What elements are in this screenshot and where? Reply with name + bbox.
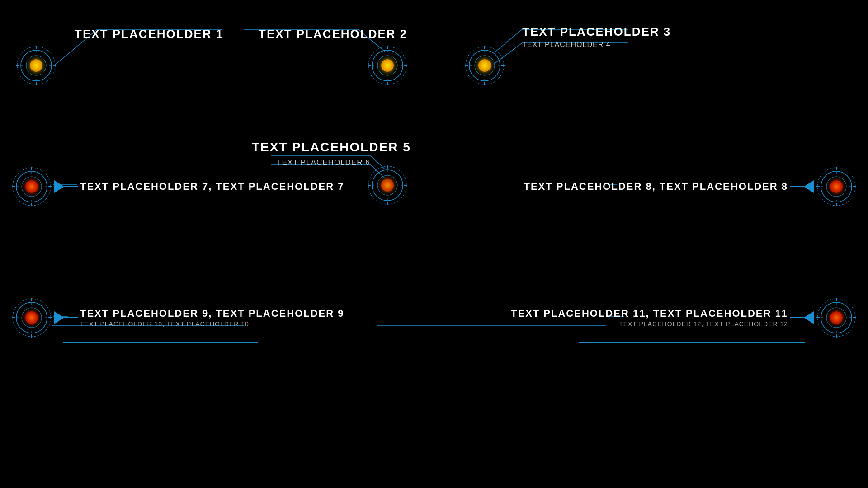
ui-container: TEXT PLACEHOLDER 1 TEXT PLACEHOLDER 2 <box>0 0 868 488</box>
mid-right-node: TEXT PLACEHOLDER 8, TEXT PLACEHOLDER 8 <box>524 166 857 207</box>
mid-right-label: TEXT PLACEHOLDER 8, TEXT PLACEHOLDER 8 <box>524 181 788 192</box>
top-center-label: TEXT PLACEHOLDER 2 <box>259 27 407 41</box>
mid-center-label-sub: TEXT PLACEHOLDER 6 <box>277 158 370 167</box>
bot-right-label-sub: TEXT PLACEHOLDER 12, TEXT PLACEHOLDER 12 <box>511 320 788 328</box>
top-center-node: TEXT PLACEHOLDER 2 <box>367 45 408 86</box>
top-right-label-sub: TEXT PLACEHOLDER 4 <box>522 41 611 49</box>
mid-left-node: TEXT PLACEHOLDER 7, TEXT PLACEHOLDER 7 <box>11 166 344 207</box>
bot-left-node: TEXT PLACEHOLDER 9, TEXT PLACEHOLDER 9 T… <box>11 297 344 338</box>
bot-right-node: TEXT PLACEHOLDER 11, TEXT PLACEHOLDER 11… <box>511 297 857 338</box>
top-left-label: TEXT PLACEHOLDER 1 <box>75 27 223 41</box>
bot-left-label-sub: TEXT PLACEHOLDER 10, TEXT PLACEHOLDER 10 <box>80 320 344 328</box>
bot-left-label-main: TEXT PLACEHOLDER 9, TEXT PLACEHOLDER 9 <box>80 308 344 319</box>
top-right-label-main: TEXT PLACEHOLDER 3 <box>522 25 671 39</box>
top-right-node1: TEXT PLACEHOLDER 3 TEXT PLACEHOLDER 4 <box>464 45 505 86</box>
bot-right-label-main: TEXT PLACEHOLDER 11, TEXT PLACEHOLDER 11 <box>511 308 788 319</box>
mid-left-label: TEXT PLACEHOLDER 7, TEXT PLACEHOLDER 7 <box>80 181 344 192</box>
mid-center-node: TEXT PLACEHOLDER 5 TEXT PLACEHOLDER 6 <box>367 165 408 206</box>
top-left-node: TEXT PLACEHOLDER 1 <box>16 45 57 86</box>
mid-center-label-main: TEXT PLACEHOLDER 5 <box>252 140 411 155</box>
